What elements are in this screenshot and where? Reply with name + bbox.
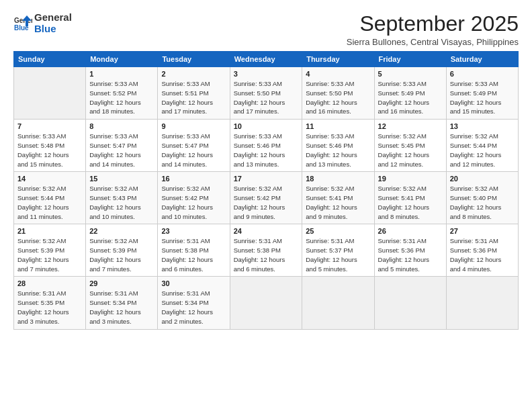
day-number: 5 <box>378 70 443 78</box>
calendar-cell: 30Sunrise: 5:31 AMSunset: 5:34 PMDayligh… <box>158 277 230 329</box>
day-info: Sunrise: 5:31 AMSunset: 5:38 PMDaylight:… <box>234 236 299 273</box>
day-number: 26 <box>378 227 443 235</box>
logo-text: General Blue <box>34 12 72 34</box>
day-header-saturday: Saturday <box>446 52 518 67</box>
day-number: 29 <box>89 279 154 287</box>
calendar-week-row: 7Sunrise: 5:33 AMSunset: 5:48 PMDaylight… <box>14 120 519 172</box>
calendar-cell: 23Sunrise: 5:31 AMSunset: 5:38 PMDayligh… <box>158 224 230 277</box>
calendar-cell: 19Sunrise: 5:32 AMSunset: 5:41 PMDayligh… <box>374 172 446 224</box>
day-number: 15 <box>89 175 154 183</box>
calendar-cell <box>230 277 302 329</box>
day-number: 18 <box>306 175 370 183</box>
calendar-cell: 6Sunrise: 5:33 AMSunset: 5:49 PMDaylight… <box>446 67 518 120</box>
calendar-cell <box>14 67 86 120</box>
day-number: 7 <box>17 122 82 130</box>
calendar-cell: 27Sunrise: 5:31 AMSunset: 5:36 PMDayligh… <box>446 224 518 277</box>
day-info: Sunrise: 5:32 AMSunset: 5:45 PMDaylight:… <box>378 132 443 169</box>
day-number: 4 <box>306 70 370 78</box>
calendar-cell: 3Sunrise: 5:33 AMSunset: 5:50 PMDaylight… <box>230 67 302 120</box>
day-header-tuesday: Tuesday <box>158 52 230 67</box>
day-info: Sunrise: 5:33 AMSunset: 5:49 PMDaylight:… <box>378 79 443 116</box>
calendar-cell: 12Sunrise: 5:32 AMSunset: 5:45 PMDayligh… <box>374 120 446 172</box>
day-info: Sunrise: 5:33 AMSunset: 5:46 PMDaylight:… <box>306 132 370 169</box>
day-number: 19 <box>378 175 443 183</box>
day-info: Sunrise: 5:33 AMSunset: 5:51 PMDaylight:… <box>161 79 226 116</box>
calendar-cell: 16Sunrise: 5:32 AMSunset: 5:42 PMDayligh… <box>158 172 230 224</box>
day-header-wednesday: Wednesday <box>230 52 302 67</box>
day-info: Sunrise: 5:32 AMSunset: 5:39 PMDaylight:… <box>17 236 82 273</box>
day-info: Sunrise: 5:33 AMSunset: 5:47 PMDaylight:… <box>89 132 154 169</box>
day-number: 2 <box>161 70 226 78</box>
calendar-cell: 4Sunrise: 5:33 AMSunset: 5:50 PMDaylight… <box>302 67 374 120</box>
page: General Blue General Blue September 2025… <box>0 0 532 336</box>
calendar-cell: 21Sunrise: 5:32 AMSunset: 5:39 PMDayligh… <box>14 224 86 277</box>
day-number: 20 <box>450 175 515 183</box>
day-header-monday: Monday <box>86 52 158 67</box>
day-number: 23 <box>161 227 226 235</box>
day-info: Sunrise: 5:31 AMSunset: 5:34 PMDaylight:… <box>89 289 154 326</box>
logo-icon: General Blue <box>13 14 32 33</box>
day-info: Sunrise: 5:32 AMSunset: 5:44 PMDaylight:… <box>450 132 515 169</box>
day-number: 28 <box>17 279 82 287</box>
calendar-cell <box>302 277 374 329</box>
day-header-sunday: Sunday <box>14 52 86 67</box>
day-number: 22 <box>89 227 154 235</box>
day-number: 17 <box>234 175 299 183</box>
calendar-cell <box>446 277 518 329</box>
calendar-cell: 25Sunrise: 5:31 AMSunset: 5:37 PMDayligh… <box>302 224 374 277</box>
subtitle: Sierra Bullones, Central Visayas, Philip… <box>347 37 519 47</box>
day-number: 16 <box>161 175 226 183</box>
calendar-cell: 1Sunrise: 5:33 AMSunset: 5:52 PMDaylight… <box>86 67 158 120</box>
calendar-cell: 17Sunrise: 5:32 AMSunset: 5:42 PMDayligh… <box>230 172 302 224</box>
day-number: 8 <box>89 122 154 130</box>
day-number: 21 <box>17 227 82 235</box>
calendar-cell: 9Sunrise: 5:33 AMSunset: 5:47 PMDaylight… <box>158 120 230 172</box>
calendar-cell: 28Sunrise: 5:31 AMSunset: 5:35 PMDayligh… <box>14 277 86 329</box>
calendar-week-row: 21Sunrise: 5:32 AMSunset: 5:39 PMDayligh… <box>14 224 519 277</box>
day-info: Sunrise: 5:31 AMSunset: 5:36 PMDaylight:… <box>450 236 515 273</box>
calendar-cell: 14Sunrise: 5:32 AMSunset: 5:44 PMDayligh… <box>14 172 86 224</box>
calendar-cell: 29Sunrise: 5:31 AMSunset: 5:34 PMDayligh… <box>86 277 158 329</box>
calendar-cell: 8Sunrise: 5:33 AMSunset: 5:47 PMDaylight… <box>86 120 158 172</box>
day-info: Sunrise: 5:33 AMSunset: 5:49 PMDaylight:… <box>450 79 515 116</box>
day-info: Sunrise: 5:32 AMSunset: 5:40 PMDaylight:… <box>450 184 515 221</box>
day-info: Sunrise: 5:32 AMSunset: 5:42 PMDaylight:… <box>234 184 299 221</box>
day-number: 6 <box>450 70 515 78</box>
day-info: Sunrise: 5:32 AMSunset: 5:42 PMDaylight:… <box>161 184 226 221</box>
day-number: 14 <box>17 175 82 183</box>
day-number: 24 <box>234 227 299 235</box>
day-info: Sunrise: 5:32 AMSunset: 5:43 PMDaylight:… <box>89 184 154 221</box>
calendar-cell: 7Sunrise: 5:33 AMSunset: 5:48 PMDaylight… <box>14 120 86 172</box>
day-number: 11 <box>306 122 370 130</box>
day-info: Sunrise: 5:31 AMSunset: 5:36 PMDaylight:… <box>378 236 443 273</box>
day-info: Sunrise: 5:31 AMSunset: 5:35 PMDaylight:… <box>17 289 82 326</box>
day-info: Sunrise: 5:33 AMSunset: 5:48 PMDaylight:… <box>17 132 82 169</box>
calendar-week-row: 1Sunrise: 5:33 AMSunset: 5:52 PMDaylight… <box>14 67 519 120</box>
day-number: 1 <box>89 70 154 78</box>
calendar-cell: 10Sunrise: 5:33 AMSunset: 5:46 PMDayligh… <box>230 120 302 172</box>
logo: General Blue General Blue <box>13 12 72 34</box>
day-info: Sunrise: 5:33 AMSunset: 5:50 PMDaylight:… <box>234 79 299 116</box>
calendar: SundayMondayTuesdayWednesdayThursdayFrid… <box>13 51 519 329</box>
title-block: September 2025 Sierra Bullones, Central … <box>347 12 519 47</box>
day-number: 13 <box>450 122 515 130</box>
day-info: Sunrise: 5:33 AMSunset: 5:50 PMDaylight:… <box>306 79 370 116</box>
day-number: 3 <box>234 70 299 78</box>
calendar-week-row: 28Sunrise: 5:31 AMSunset: 5:35 PMDayligh… <box>14 277 519 329</box>
day-info: Sunrise: 5:31 AMSunset: 5:34 PMDaylight:… <box>161 289 226 326</box>
calendar-cell: 2Sunrise: 5:33 AMSunset: 5:51 PMDaylight… <box>158 67 230 120</box>
day-header-friday: Friday <box>374 52 446 67</box>
header: General Blue General Blue September 2025… <box>13 12 519 47</box>
day-header-thursday: Thursday <box>302 52 374 67</box>
calendar-cell: 18Sunrise: 5:32 AMSunset: 5:41 PMDayligh… <box>302 172 374 224</box>
calendar-cell <box>374 277 446 329</box>
calendar-cell: 15Sunrise: 5:32 AMSunset: 5:43 PMDayligh… <box>86 172 158 224</box>
day-info: Sunrise: 5:31 AMSunset: 5:38 PMDaylight:… <box>161 236 226 273</box>
day-info: Sunrise: 5:32 AMSunset: 5:41 PMDaylight:… <box>306 184 370 221</box>
day-number: 9 <box>161 122 226 130</box>
day-number: 25 <box>306 227 370 235</box>
calendar-cell: 26Sunrise: 5:31 AMSunset: 5:36 PMDayligh… <box>374 224 446 277</box>
day-info: Sunrise: 5:32 AMSunset: 5:44 PMDaylight:… <box>17 184 82 221</box>
day-number: 10 <box>234 122 299 130</box>
day-number: 30 <box>161 279 226 287</box>
